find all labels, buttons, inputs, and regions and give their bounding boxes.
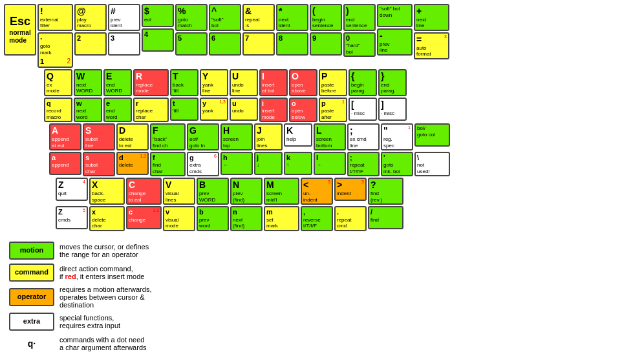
- n-upper-key[interactable]: N prev(find): [230, 178, 263, 205]
- l-lower-key[interactable]: l →: [314, 152, 346, 175]
- percent-key[interactable]: % gotomatch: [175, 4, 208, 31]
- s-upper-key[interactable]: S substline: [83, 123, 115, 150]
- e-upper-key[interactable]: E endWORD: [103, 69, 132, 96]
- rparen-key[interactable]: ) endsentence: [343, 4, 376, 31]
- r-lower-key[interactable]: r replacechar: [133, 98, 169, 122]
- k-upper-sub: help: [286, 136, 310, 143]
- o-lower-key[interactable]: o openbelow: [289, 98, 317, 122]
- v-upper-key[interactable]: V visuallines: [163, 178, 195, 205]
- q-lower-key[interactable]: q recordmacro: [44, 98, 72, 122]
- g-upper-key[interactable]: G eof/goto ln: [187, 123, 219, 150]
- lparen-key[interactable]: ( beginsentence: [310, 4, 342, 31]
- y-lower-key[interactable]: y yank 1,3: [200, 98, 228, 121]
- dot-gotomark-key[interactable]: · gotomark 1 2: [38, 32, 73, 68]
- rbrace-key[interactable]: } endparag.: [378, 69, 407, 96]
- t-upper-key[interactable]: T back'till: [170, 69, 199, 96]
- i-upper-main: I: [262, 71, 285, 82]
- u-lower-key[interactable]: u undo: [230, 98, 258, 121]
- c-lower-key[interactable]: c change 1,3: [126, 206, 162, 229]
- y-upper-key[interactable]: Y yankline: [200, 69, 228, 96]
- minus-key[interactable]: - prevline: [377, 28, 413, 56]
- n-lower-key[interactable]: n next(find): [230, 206, 263, 231]
- dquote-key[interactable]: " reg. 1 spec: [381, 123, 413, 150]
- bolgotocol-key[interactable]: bol/goto col: [414, 123, 450, 147]
- j-upper-key[interactable]: J joinlines: [254, 123, 283, 150]
- num9-key[interactable]: 9: [310, 32, 342, 56]
- dollar-key[interactable]: $ eol: [142, 4, 174, 27]
- lbrace-main: {: [351, 71, 374, 82]
- p-lower-key[interactable]: p paste 1 after: [319, 98, 347, 122]
- w-lower-key[interactable]: w nextword: [74, 98, 102, 122]
- num6-key[interactable]: 6: [209, 32, 241, 56]
- t-lower-key[interactable]: t 'till: [170, 98, 199, 121]
- o-upper-key[interactable]: O openabove: [289, 69, 317, 96]
- a-upper-key[interactable]: A appendat eol: [49, 123, 81, 150]
- l-upper-key[interactable]: L screenbottom: [314, 123, 346, 150]
- comma-sub: reverset/T/f/F: [303, 217, 330, 229]
- question-key[interactable]: ? find(rev.): [368, 178, 403, 205]
- x-lower-key[interactable]: x deletechar: [89, 206, 125, 231]
- s-lower-key[interactable]: s substchar: [83, 152, 115, 176]
- squote-key[interactable]: ' gotomk. bol: [381, 152, 413, 176]
- lbracket-key[interactable]: [ · misc: [349, 98, 377, 121]
- plus-key[interactable]: + nextline: [414, 4, 449, 31]
- slash-key[interactable]: / find: [368, 206, 403, 229]
- semicolon-lower-key[interactable]: ; repeatt/T/f/F: [347, 152, 380, 176]
- softbol-key[interactable]: "soft" boldown: [377, 4, 413, 27]
- num8-key[interactable]: 8: [276, 32, 308, 56]
- star-key[interactable]: * nextident: [276, 4, 308, 31]
- num3-key[interactable]: 3: [108, 32, 140, 56]
- d-upper-key[interactable]: D deleteto eol: [116, 123, 149, 150]
- caret-key[interactable]: ^ "soft"bol: [209, 4, 241, 31]
- hash-key[interactable]: # prevident: [108, 4, 140, 31]
- k-upper-key[interactable]: K help: [284, 123, 312, 147]
- i-upper-key[interactable]: I insertat bol: [259, 69, 288, 96]
- l-lower-main: l: [316, 154, 343, 162]
- zero-key[interactable]: 0 "hard"bol: [343, 32, 376, 57]
- num2-key[interactable]: 2: [74, 32, 107, 56]
- x-upper-key[interactable]: X back-space: [89, 178, 125, 205]
- d-lower-key[interactable]: d delete 1,3: [116, 152, 149, 175]
- lt-key[interactable]: < un- 3 indent: [301, 178, 333, 205]
- u-upper-key[interactable]: U undoline: [230, 69, 258, 96]
- semicolon-key[interactable]: ; ex cmdline: [347, 123, 380, 150]
- m-upper-key[interactable]: M screenmid'l: [264, 178, 299, 205]
- esc-key[interactable]: Esc normalmode: [4, 4, 36, 56]
- exclaim-key[interactable]: ! externalfilter: [38, 4, 73, 31]
- period-key[interactable]: . repeatcmd: [334, 206, 367, 231]
- w-upper-key[interactable]: W nextWORD: [74, 69, 102, 96]
- num7-key[interactable]: 7: [242, 32, 275, 56]
- lbrace-key[interactable]: { beginparag.: [349, 69, 377, 96]
- e-lower-key[interactable]: e endword: [103, 98, 132, 122]
- q-upper-key[interactable]: Q exmode: [44, 69, 72, 96]
- h-lower-key[interactable]: h ←: [220, 152, 253, 175]
- k-lower-key[interactable]: k ↑: [284, 152, 312, 175]
- b-upper-key[interactable]: B prevWORD: [197, 178, 229, 205]
- l-upper-sub: screenbottom: [316, 136, 343, 149]
- gt-key[interactable]: > indent 3: [334, 178, 367, 201]
- rbracket-key[interactable]: ] · misc: [378, 98, 407, 121]
- h-upper-key[interactable]: H screentop: [220, 123, 253, 150]
- comma-key[interactable]: , reverset/T/f/F: [301, 206, 333, 231]
- z-lower-key[interactable]: Z cmds 5: [56, 206, 88, 229]
- f-lower-key[interactable]: f findchar: [150, 152, 186, 176]
- i-lower-key[interactable]: i insertmode: [259, 98, 288, 122]
- r-upper-key[interactable]: R replacemode: [133, 69, 169, 96]
- m-lower-key[interactable]: m setmark: [264, 206, 299, 231]
- a-lower-main: a: [52, 154, 79, 162]
- backslash-key[interactable]: \ notused!: [414, 152, 450, 176]
- b-lower-key[interactable]: b prevword: [197, 206, 229, 231]
- amp-key[interactable]: & repeat:s: [242, 4, 275, 31]
- num4-key[interactable]: 4: [142, 28, 174, 52]
- j-lower-key[interactable]: j ↓: [254, 152, 283, 175]
- g-lower-key[interactable]: g extra 6 cmds: [187, 152, 219, 176]
- f-upper-key[interactable]: F "back"find ch: [150, 123, 186, 150]
- equals-key[interactable]: = auto 3 format: [414, 32, 449, 59]
- z-upper-key[interactable]: Z quit 4: [56, 178, 88, 201]
- p-upper-key[interactable]: P pastebefore: [319, 69, 347, 96]
- num5-key[interactable]: 5: [175, 32, 208, 56]
- v-lower-key[interactable]: v visualmode: [163, 206, 195, 231]
- at-key[interactable]: @ playmacro: [74, 4, 107, 31]
- c-upper-key[interactable]: C changeto eol: [126, 178, 162, 205]
- a-lower-key[interactable]: a append: [49, 152, 81, 175]
